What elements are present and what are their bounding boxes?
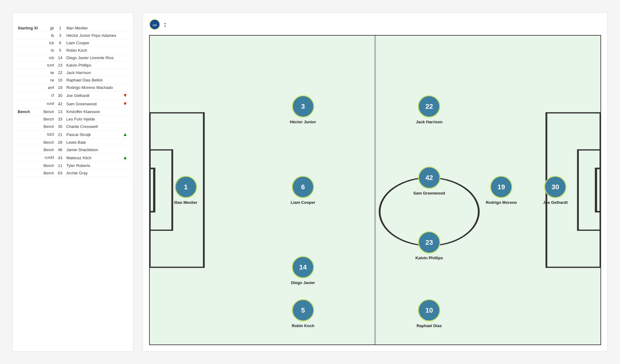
player-node-rcb: 14Diego Javier <box>291 256 315 285</box>
player-node-amf: 19Rodrigo Moreno <box>486 176 517 204</box>
player-position: Bench <box>41 116 56 123</box>
player-name: Pascal Struijk <box>64 130 121 139</box>
section-label <box>16 39 41 47</box>
player-circle: 30 <box>544 176 567 198</box>
player-name: Tyler Roberts <box>64 162 121 169</box>
section-label <box>16 130 41 139</box>
player-label: Rodrigo Moreno <box>486 200 517 204</box>
player-name: Diego Javier Llorente Rios <box>64 54 121 62</box>
player-position: lcb3 <box>41 130 56 139</box>
player-indicator <box>121 116 130 123</box>
player-circle: 23 <box>418 231 440 253</box>
section-label <box>16 139 41 146</box>
player-indicator <box>121 108 130 116</box>
player-indicator <box>121 169 130 177</box>
player-number: 14 <box>56 54 64 62</box>
player-position: amf <box>41 84 56 91</box>
player-circle: 5 <box>292 299 314 322</box>
section-label <box>16 162 41 169</box>
section-label <box>16 77 41 84</box>
arrow-down-icon: ▼ <box>123 93 128 98</box>
player-name: Jamie Shackleton <box>64 146 121 154</box>
section-label <box>16 154 41 162</box>
player-node-gk: 1Illan Meslier <box>174 176 197 204</box>
player-node-lcb: 6Liam Cooper <box>291 176 315 204</box>
player-number: 1 <box>56 24 64 32</box>
player-indicator <box>121 24 130 32</box>
player-label: Jack Harrison <box>416 120 442 124</box>
player-number: 26 <box>56 139 64 146</box>
player-name: Jack Harrison <box>64 69 121 77</box>
player-position: rcb <box>41 54 56 62</box>
player-indicator: ▼ <box>121 91 130 100</box>
player-number: 21 <box>56 130 64 139</box>
section-label <box>16 69 41 77</box>
player-name: Charlie Cresswell <box>64 123 121 130</box>
svg-rect-9 <box>596 169 600 212</box>
section-label <box>16 123 41 130</box>
player-number: 42 <box>56 100 64 108</box>
player-node-rw: 10Raphael Dias <box>417 299 442 328</box>
arrow-up-icon: ▲ <box>123 132 128 137</box>
player-number: 33 <box>56 116 64 123</box>
player-name: Illan Meslier <box>64 24 121 32</box>
player-circle: 42 <box>418 166 440 189</box>
player-indicator <box>121 39 130 47</box>
player-position: lcb <box>41 39 56 47</box>
player-name: Kalvin Phillips <box>64 62 121 69</box>
section-label <box>16 54 41 62</box>
player-indicator <box>121 77 130 84</box>
player-circle: 6 <box>292 176 314 198</box>
formation-title: : <box>164 20 166 29</box>
pitch-wrapper: 1Illan Meslier3Héctor Junior6Liam Cooper… <box>149 35 601 345</box>
player-position: lw <box>41 69 56 77</box>
player-name: Joe Gelhardt <box>64 91 121 100</box>
svg-rect-5 <box>150 150 172 230</box>
player-label: Héctor Junior <box>290 120 316 124</box>
player-number: 23 <box>56 62 64 69</box>
player-number: 11 <box>56 162 64 169</box>
player-label: Joe Gelhardt <box>543 200 568 204</box>
player-circle: 10 <box>418 299 440 322</box>
player-position: lb <box>41 32 56 39</box>
player-label: Illan Meslier <box>174 200 197 204</box>
section-label <box>16 169 41 177</box>
player-position: Bench <box>41 146 56 154</box>
section-label <box>16 100 41 108</box>
svg-rect-6 <box>150 169 154 212</box>
pitch-markings <box>150 36 600 344</box>
player-number: 46 <box>56 146 64 154</box>
arrow-up-icon: ▲ <box>123 155 128 160</box>
player-circle: 22 <box>418 95 440 118</box>
player-indicator <box>121 62 130 69</box>
player-circle: 3 <box>292 95 314 118</box>
player-indicator <box>121 47 130 54</box>
svg-rect-8 <box>578 150 600 230</box>
player-name: Robin Koch <box>64 47 121 54</box>
player-label: Sam Greenwood <box>413 191 445 195</box>
player-indicator: ▼ <box>121 100 130 108</box>
player-node-cf: 30Joe Gelhardt <box>543 176 568 204</box>
player-name: Héctor Junior Firpo Adames <box>64 32 121 39</box>
player-number: 5 <box>56 47 64 54</box>
player-node-lcmf: 42Sam Greenwood <box>413 166 445 195</box>
player-indicator <box>121 69 130 77</box>
player-node-rb: 5Robin Koch <box>292 299 314 328</box>
player-number: 30 <box>56 91 64 100</box>
player-label: Kalvin Phillips <box>415 255 443 260</box>
player-node-rcmf: 23Kalvin Phillips <box>415 231 443 260</box>
player-indicator <box>121 146 130 154</box>
player-position: gk <box>41 24 56 32</box>
player-name: Lewis Bate <box>64 139 121 146</box>
player-position: lcmf <box>41 62 56 69</box>
player-position: rb <box>41 47 56 54</box>
left-panel: Starting XIgk1Illan Meslierlb3Héctor Jun… <box>12 12 133 352</box>
player-indicator: ▲ <box>121 154 130 162</box>
player-indicator <box>121 162 130 169</box>
player-name: Sam Greenwood <box>64 100 121 108</box>
player-number: 22 <box>56 69 64 77</box>
player-node-lb: 3Héctor Junior <box>290 95 316 124</box>
team-badge: LU <box>149 19 160 30</box>
player-position: rcmf <box>41 100 56 108</box>
player-number: 63 <box>56 169 64 177</box>
